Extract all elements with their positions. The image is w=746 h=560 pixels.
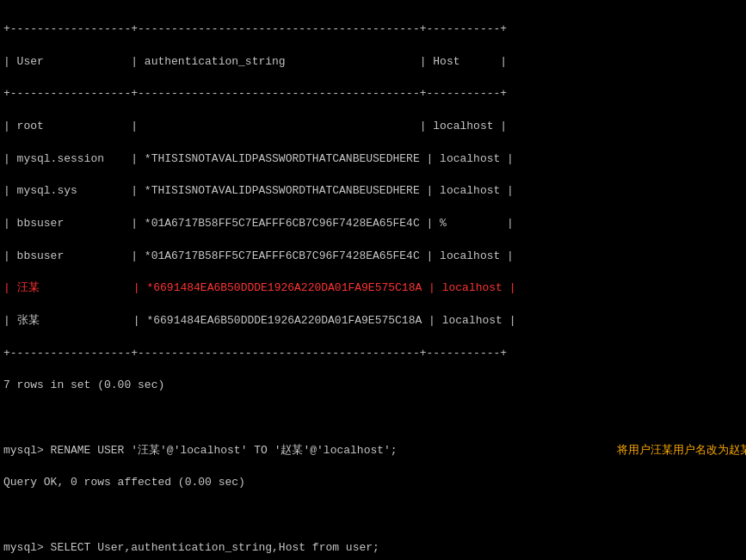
table1-row-5: | bbsuser | *01A6717B58FF5C7EAFFF6CB7C96… bbox=[3, 249, 743, 265]
rename-cmd: mysql> RENAME USER '汪某'@'localhost' TO '… bbox=[3, 443, 743, 459]
select-cmd: mysql> SELECT User,authentication_string… bbox=[3, 540, 743, 557]
table1-border-top: +------------------+--------------------… bbox=[3, 22, 743, 38]
table1-row-1: | root | | localhost | bbox=[3, 119, 743, 135]
terminal-output: +------------------+--------------------… bbox=[3, 5, 743, 560]
table1-row-2: | mysql.session | *THISISNOTAVALIDPASSWO… bbox=[3, 151, 743, 168]
query-ok-1: Query OK, 0 rows affected (0.00 sec) bbox=[3, 475, 743, 491]
table1-row-wangmou: | 汪某 | *6691484EA6B50DDDE1926A220DA01FA9… bbox=[3, 280, 743, 297]
table1-border-mid: +------------------+--------------------… bbox=[3, 86, 743, 102]
blank2 bbox=[3, 508, 743, 524]
annotation-text: 将用户汪某用户名改为赵某 bbox=[617, 443, 746, 459]
table1-border-bot: +------------------+--------------------… bbox=[3, 346, 743, 362]
table1-row-3: | mysql.sys | *THISISNOTAVALIDPASSWORDTH… bbox=[3, 183, 743, 200]
table1-row-7: | 张某 | *6691484EA6B50DDDE1926A220DA01FA9… bbox=[3, 313, 743, 329]
table1-footer: 7 rows in set (0.00 sec) bbox=[3, 378, 743, 394]
blank1 bbox=[3, 410, 743, 427]
table1-row-4: | bbsuser | *01A6717B58FF5C7EAFFF6CB7C96… bbox=[3, 216, 743, 232]
table1-header: | User | authentication_string | Host | bbox=[3, 54, 743, 71]
